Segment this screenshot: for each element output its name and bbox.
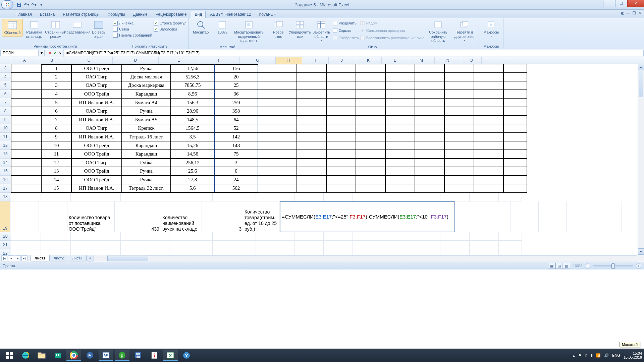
- redo-icon[interactable]: ↷▾: [31, 2, 37, 8]
- cell[interactable]: 7856,75: [171, 81, 214, 90]
- hscroll-thumb[interactable]: [107, 256, 148, 261]
- cell[interactable]: [297, 107, 326, 116]
- ribbon-restore-icon[interactable]: ☐: [632, 11, 636, 15]
- freeze-panes-button[interactable]: Закрепить области▼: [311, 19, 331, 43]
- cell[interactable]: 156,3: [171, 98, 214, 107]
- cell[interactable]: [11, 193, 41, 201]
- tray-date[interactable]: 15.05.2016: [624, 355, 642, 359]
- cell[interactable]: [256, 232, 294, 241]
- cell[interactable]: 256,12: [171, 159, 214, 167]
- arrange-all-button[interactable]: Упорядочить все: [290, 19, 310, 40]
- view-normal-icon[interactable]: ▦: [548, 263, 555, 269]
- cell[interactable]: [11, 98, 41, 107]
- cell[interactable]: [444, 64, 474, 73]
- flag-icon[interactable]: ⚑: [578, 353, 582, 358]
- volume-icon[interactable]: 🔊: [604, 353, 609, 358]
- cell[interactable]: [503, 167, 527, 176]
- cell[interactable]: [297, 81, 326, 90]
- cell[interactable]: [503, 124, 527, 133]
- cell[interactable]: [326, 133, 356, 141]
- name-box[interactable]: ЕСЛИ: [0, 50, 39, 56]
- chk-formulabar[interactable]: ✔Строка формул: [154, 21, 186, 25]
- sheet-tab-1[interactable]: Лист1: [30, 255, 50, 261]
- cell[interactable]: Доска меловая: [122, 73, 171, 81]
- cell[interactable]: [415, 184, 444, 193]
- row-header[interactable]: 7: [0, 98, 11, 107]
- save-workspace-button[interactable]: Сохранить рабочую область: [426, 19, 450, 44]
- cell[interactable]: ИП Иванов И.А.: [71, 184, 122, 193]
- cell[interactable]: [503, 176, 527, 184]
- horizontal-scrollbar[interactable]: [107, 255, 637, 261]
- cell[interactable]: 3: [214, 159, 258, 167]
- cell[interactable]: 0: [214, 167, 258, 176]
- sheet-next-icon[interactable]: ▸: [15, 255, 21, 261]
- row-header[interactable]: 17: [0, 184, 11, 193]
- minimize-button[interactable]: —: [603, 0, 615, 7]
- cell[interactable]: [258, 64, 297, 73]
- cell[interactable]: [39, 201, 67, 232]
- cell[interactable]: [440, 241, 470, 249]
- cell[interactable]: [385, 141, 415, 150]
- cell[interactable]: [258, 81, 297, 90]
- cell[interactable]: [444, 133, 474, 141]
- cell[interactable]: [470, 249, 499, 255]
- cell[interactable]: [71, 232, 121, 241]
- word-icon[interactable]: W: [99, 350, 113, 361]
- col-header-J[interactable]: J: [329, 57, 355, 64]
- cell[interactable]: [11, 124, 41, 133]
- cell[interactable]: [213, 241, 256, 249]
- cell[interactable]: [256, 193, 294, 201]
- cell[interactable]: 36: [214, 90, 258, 99]
- cell[interactable]: [385, 133, 415, 141]
- cell[interactable]: [258, 133, 297, 141]
- cell[interactable]: 3,5: [171, 133, 214, 141]
- row-header[interactable]: 16: [0, 176, 11, 184]
- col-header-H[interactable]: H: [276, 57, 302, 64]
- cell[interactable]: 52: [214, 124, 258, 133]
- cell[interactable]: [356, 124, 385, 133]
- cell[interactable]: [415, 107, 444, 116]
- qat-dropdown-icon[interactable]: ▾: [38, 2, 44, 8]
- cell[interactable]: [297, 116, 326, 124]
- cell[interactable]: [444, 73, 474, 81]
- ie-icon[interactable]: [18, 350, 33, 361]
- cell[interactable]: [353, 193, 382, 201]
- col-header-E[interactable]: E: [159, 57, 199, 64]
- cell[interactable]: 28,96: [171, 107, 214, 116]
- cell[interactable]: 14: [41, 176, 71, 184]
- cell[interactable]: [385, 73, 415, 81]
- cell[interactable]: 20: [214, 73, 258, 81]
- cell[interactable]: [297, 184, 326, 193]
- cell[interactable]: [440, 249, 470, 255]
- cell[interactable]: Количество товара(стоим. ед. от 10 до 25…: [243, 201, 280, 232]
- cell[interactable]: 4: [41, 90, 71, 99]
- cell[interactable]: [71, 241, 121, 249]
- page-break-button[interactable]: Страничный режим: [46, 19, 66, 40]
- cell[interactable]: [326, 81, 356, 90]
- cell[interactable]: Крепеж: [122, 124, 171, 133]
- sheet-first-icon[interactable]: |◂: [1, 255, 7, 261]
- cell[interactable]: 156: [214, 64, 258, 73]
- cell[interactable]: [415, 176, 444, 184]
- cell[interactable]: ИП Иванов И.А.: [71, 116, 122, 124]
- cell[interactable]: [411, 232, 440, 241]
- cell[interactable]: [503, 184, 527, 193]
- cell[interactable]: [444, 124, 474, 133]
- cell[interactable]: [415, 133, 444, 141]
- cell[interactable]: [11, 176, 41, 184]
- cell[interactable]: 64: [214, 116, 258, 124]
- cell[interactable]: 3: [41, 81, 71, 90]
- cell[interactable]: [567, 201, 594, 232]
- cell[interactable]: [474, 167, 503, 176]
- cell[interactable]: [483, 201, 511, 232]
- chrome-icon[interactable]: [66, 350, 81, 361]
- cell[interactable]: [356, 64, 385, 73]
- cell[interactable]: [11, 81, 41, 90]
- cell[interactable]: [258, 176, 297, 184]
- cell[interactable]: [294, 232, 324, 241]
- cell[interactable]: Карандаш: [122, 141, 171, 150]
- cell[interactable]: ОАО Тигр: [71, 159, 122, 167]
- split-button[interactable]: Разделить: [333, 20, 359, 26]
- row-header[interactable]: 22: [0, 249, 11, 255]
- cell[interactable]: [385, 176, 415, 184]
